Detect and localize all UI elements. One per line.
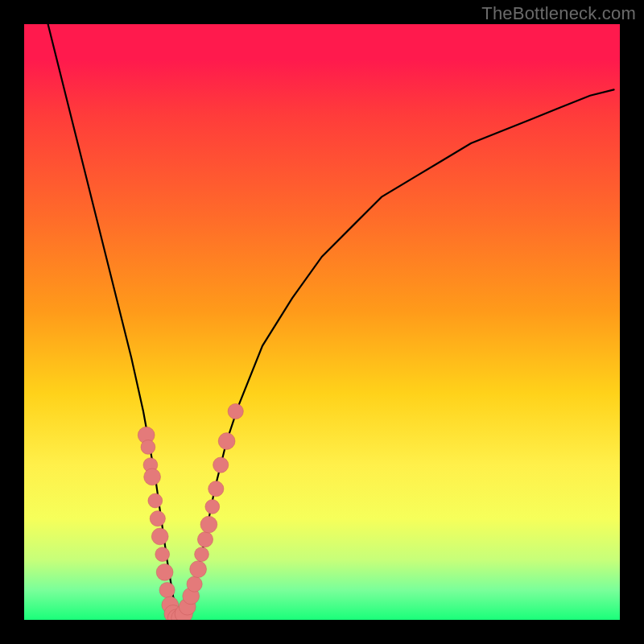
curve-marker (156, 564, 173, 580)
bottleneck-curve (48, 24, 614, 620)
plot-area (24, 24, 620, 620)
curve-marker (213, 457, 229, 473)
curve-marker (151, 528, 168, 545)
curve-marker (159, 582, 175, 597)
curve-marker (187, 576, 202, 592)
curve-marker (205, 500, 220, 514)
chart-svg (24, 24, 620, 620)
curve-marker (141, 440, 155, 455)
curve-marker (208, 481, 224, 497)
curve-marker (155, 547, 170, 562)
curve-marker (190, 561, 207, 578)
curve-marker (144, 469, 161, 485)
curve-marker (197, 532, 213, 547)
watermark-text: TheBottleneck.com (481, 3, 636, 24)
curve-marker (218, 433, 235, 450)
curve-markers (138, 403, 243, 620)
curve-marker (148, 493, 163, 508)
chart-frame: TheBottleneck.com (0, 0, 644, 644)
curve-marker (228, 403, 243, 419)
curve-marker (150, 511, 165, 526)
curve-marker (200, 516, 217, 533)
curve-marker (195, 547, 209, 562)
